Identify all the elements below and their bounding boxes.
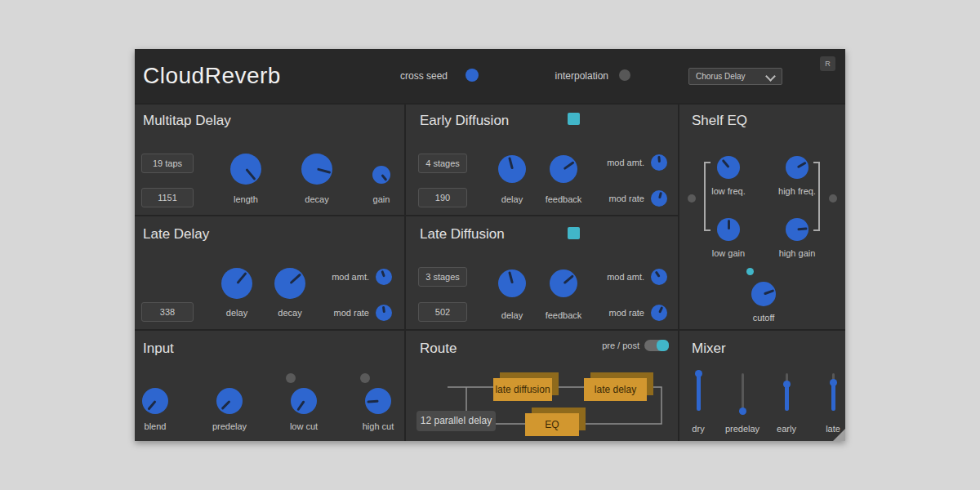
section-mixer: Mixer dry predelay early late [678, 329, 845, 441]
cutoff-knob-label: cutoff [735, 313, 792, 323]
section-multitap-delay: Multitap Delay 19 taps 1151 length decay… [135, 105, 404, 215]
interpolation-toggle[interactable] [619, 69, 630, 81]
predelay-knob[interactable] [216, 388, 243, 414]
early-feedback-knob-label: feedback [535, 194, 592, 204]
late-diffusion-feedback-knob[interactable] [550, 270, 577, 297]
section-title: Input [143, 341, 174, 357]
cross-seed-label: cross seed [370, 70, 448, 82]
section-title: Early Diffusion [420, 113, 509, 129]
blend-knob[interactable] [142, 388, 168, 414]
late-diffusion-mod-rate-label: mod rate [595, 308, 644, 318]
dry-slider-label: dry [674, 424, 723, 434]
late-diffusion-time-value[interactable]: 502 [418, 302, 467, 322]
plugin-window: CloudReverb cross seed interpolation Cho… [135, 49, 845, 441]
late-delay-mod-rate-label: mod rate [320, 308, 369, 318]
preset-dropdown[interactable]: Chorus Delay [688, 68, 782, 85]
knob-pointer [236, 272, 247, 284]
knob-pointer [367, 400, 378, 403]
taps-button[interactable]: 19 taps [141, 154, 194, 173]
section-shelf-eq: Shelf EQ low freq. high freq. low gain h… [678, 105, 845, 329]
knob-pointer [797, 227, 807, 230]
route-node-late-delay[interactable]: late delay [584, 378, 647, 401]
late-delay-time-value[interactable]: 338 [141, 302, 194, 322]
gain-knob[interactable] [372, 166, 390, 184]
slider-thumb[interactable] [830, 379, 837, 386]
resize-grip[interactable] [833, 429, 845, 441]
knob-pointer [381, 174, 387, 181]
cutoff-indicator-dot [746, 268, 754, 275]
late-delay-decay-label: decay [261, 308, 318, 318]
resize-reset-button[interactable]: R [820, 56, 835, 71]
late-diffusion-delay-knob[interactable] [498, 270, 526, 297]
section-title: Mixer [692, 341, 726, 357]
blend-knob-label: blend [127, 421, 184, 431]
preset-dropdown-value: Chorus Delay [696, 72, 746, 81]
high-gain-knob[interactable] [786, 218, 808, 241]
chevron-down-icon [765, 71, 776, 82]
high-cut-knob[interactable] [365, 388, 391, 414]
early-slider[interactable] [782, 373, 791, 411]
late-delay-delay-knob[interactable] [221, 268, 252, 299]
length-knob-label: length [217, 194, 274, 204]
low-gain-knob[interactable] [717, 218, 740, 241]
slider-fill [831, 382, 835, 411]
knob-pointer [220, 400, 230, 410]
knob-pointer [508, 157, 514, 169]
low-freq-knob[interactable] [717, 156, 740, 179]
late-diffusion-mod-amt-knob[interactable] [651, 269, 667, 285]
late-stages-button[interactable]: 3 stages [418, 267, 467, 287]
early-time-value[interactable]: 190 [418, 188, 467, 207]
late-slider[interactable] [828, 373, 838, 411]
section-late-diffusion: Late Diffusion 3 stages 502 delay feedba… [404, 215, 678, 329]
late-diffusion-mod-rate-knob[interactable] [651, 305, 667, 321]
section-title: Shelf EQ [692, 113, 747, 129]
knob-pointer [658, 192, 662, 199]
knob-pointer [245, 168, 256, 180]
predelay-slider[interactable] [737, 373, 747, 411]
low-cut-knob[interactable] [291, 388, 317, 414]
slider-thumb[interactable] [739, 408, 746, 415]
early-slider-label: early [762, 424, 811, 434]
late-delay-decay-knob[interactable] [274, 268, 305, 299]
route-node-parallel-delay[interactable]: 12 parallel delay [416, 411, 496, 431]
route-node-late-diffusion[interactable]: late diffusion [493, 378, 552, 401]
high-freq-knob[interactable] [786, 156, 808, 179]
knob-pointer [381, 306, 385, 313]
section-title: Multitap Delay [143, 113, 231, 129]
late-diffusion-feedback-label: feedback [535, 310, 592, 320]
knob-pointer [563, 161, 574, 170]
early-feedback-knob[interactable] [550, 155, 577, 183]
late-delay-mod-rate-knob[interactable] [376, 305, 392, 321]
high-gain-knob-label: high gain [768, 248, 826, 258]
early-stages-button[interactable]: 4 stages [418, 154, 467, 173]
early-diffusion-enable-toggle[interactable] [568, 113, 580, 125]
cutoff-knob[interactable] [751, 282, 776, 306]
early-delay-knob-label: delay [483, 194, 541, 204]
late-delay-mod-amt-knob[interactable] [376, 269, 392, 285]
left-bracket [704, 162, 710, 231]
dry-slider[interactable] [693, 373, 703, 411]
knob-pointer [147, 400, 156, 411]
predelay-knob-label: predelay [201, 421, 258, 431]
high-freq-knob-label: high freq. [768, 186, 826, 196]
knob-pointer [563, 274, 573, 284]
knob-pointer [289, 274, 301, 285]
high-cut-indicator-dot [360, 373, 370, 383]
length-knob[interactable] [230, 154, 261, 185]
cross-seed-toggle[interactable] [466, 69, 479, 82]
slider-thumb[interactable] [783, 381, 791, 388]
early-delay-knob[interactable] [498, 155, 526, 183]
multitap-time-value[interactable]: 1151 [141, 188, 194, 207]
knob-pointer [657, 156, 661, 163]
low-cut-knob-label: low cut [275, 421, 332, 431]
high-cut-knob-label: high cut [350, 421, 407, 431]
early-mod-rate-knob[interactable] [651, 190, 667, 207]
route-node-eq[interactable]: EQ [525, 413, 579, 436]
section-route: Route pre / post 12 parallel delay late … [404, 329, 678, 441]
early-mod-amt-knob[interactable] [651, 154, 667, 171]
late-delay-delay-label: delay [208, 308, 265, 318]
decay-knob[interactable] [301, 154, 332, 185]
low-freq-knob-label: low freq. [700, 186, 757, 196]
slider-thumb[interactable] [695, 370, 702, 377]
late-diffusion-enable-toggle[interactable] [568, 227, 580, 239]
